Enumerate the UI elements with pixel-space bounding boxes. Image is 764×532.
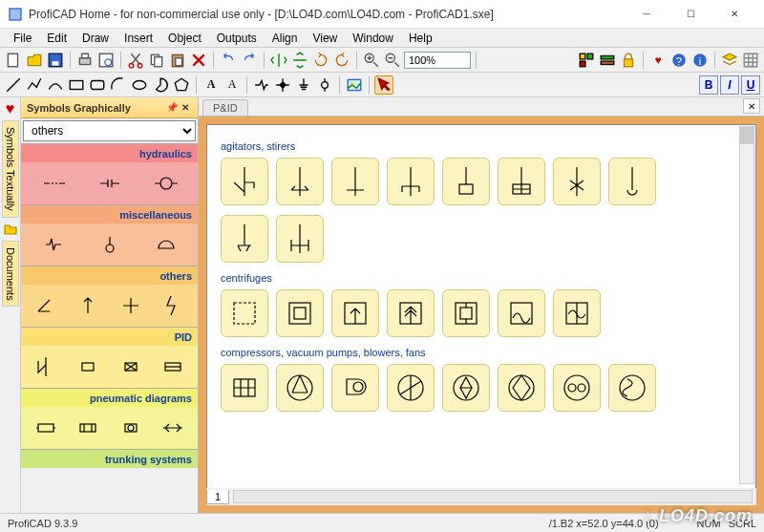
symbol-tile[interactable] [442, 364, 490, 412]
horizontal-scrollbar[interactable] [233, 490, 753, 503]
cat-miscellaneous[interactable]: miscellaneous [21, 204, 198, 223]
symbol-tile[interactable] [276, 289, 324, 337]
symbol-tile[interactable] [331, 364, 379, 412]
italic-button[interactable]: I [720, 75, 739, 95]
menu-help[interactable]: Help [401, 30, 440, 47]
menu-object[interactable]: Object [160, 30, 209, 47]
palette-1-icon[interactable] [577, 51, 596, 70]
symbol-thumb[interactable] [94, 167, 126, 200]
image-icon[interactable] [345, 75, 364, 95]
paste-icon[interactable] [168, 51, 187, 70]
polyline-icon[interactable] [25, 75, 44, 95]
symbol-tile[interactable] [221, 289, 268, 337]
zoom-in-icon[interactable] [362, 51, 381, 70]
canvas[interactable]: agitators, stirers centrifuges [206, 124, 756, 505]
roundrect-icon[interactable] [88, 75, 107, 95]
open-icon[interactable] [25, 51, 44, 70]
new-icon[interactable] [4, 51, 23, 70]
symbol-tile[interactable] [498, 364, 545, 412]
symbol-tile[interactable] [276, 158, 324, 205]
symbol-thumb[interactable] [115, 351, 147, 383]
cat-pneumatic[interactable]: pneumatic diagrams [21, 388, 198, 407]
symbol-tile[interactable] [387, 158, 435, 205]
symbol-thumb[interactable] [157, 289, 189, 322]
rotate-icon[interactable] [311, 51, 330, 70]
bold-button[interactable]: B [699, 75, 718, 95]
symbol-thumb[interactable] [94, 228, 126, 261]
symbol-tile[interactable] [553, 289, 601, 337]
rotate-ccw-icon[interactable] [332, 51, 351, 70]
layers-icon[interactable] [720, 51, 739, 70]
symbol-thumb[interactable] [150, 228, 182, 261]
menu-view[interactable]: View [305, 30, 345, 47]
symbol-thumb[interactable] [72, 412, 104, 444]
cat-trunking[interactable]: trunking systems [21, 449, 198, 468]
tab-symbols-textually[interactable]: Symbols Textually [2, 120, 19, 218]
undo-icon[interactable] [219, 51, 238, 70]
line-icon[interactable] [4, 75, 23, 95]
text-icon[interactable]: A [202, 75, 221, 95]
symbol-thumb[interactable] [30, 289, 62, 322]
vertical-scrollbar[interactable] [739, 126, 754, 484]
pie-icon[interactable] [151, 75, 170, 95]
symbol-tile[interactable] [387, 364, 435, 412]
symbol-thumb[interactable] [37, 167, 70, 200]
symbol-tile[interactable] [498, 289, 545, 337]
symbol-tile[interactable] [221, 364, 268, 412]
arc-icon[interactable] [109, 75, 128, 95]
ellipse-icon[interactable] [130, 75, 149, 95]
category-dropdown[interactable]: others [23, 120, 196, 141]
menu-outputs[interactable]: Outputs [209, 30, 265, 47]
symbol-thumb[interactable] [72, 289, 104, 322]
cat-hydraulics[interactable]: hydraulics [21, 143, 198, 162]
junction-icon[interactable] [273, 75, 292, 95]
symbol-thumb[interactable] [115, 289, 147, 322]
flip-h-icon[interactable] [269, 51, 288, 70]
symbol-thumb[interactable] [150, 167, 182, 200]
menu-draw[interactable]: Draw [74, 30, 117, 47]
text2-icon[interactable]: A [223, 75, 242, 95]
menu-edit[interactable]: Edit [39, 30, 74, 47]
folder-tab-icon[interactable] [3, 222, 18, 237]
symbol-thumb[interactable] [157, 412, 189, 444]
document-tab[interactable]: P&ID [202, 99, 248, 116]
heart-tab-icon[interactable]: ♥ [3, 101, 18, 117]
symbol-thumb[interactable] [157, 351, 189, 383]
symbol-tile[interactable] [553, 158, 601, 205]
symbol-thumb[interactable] [115, 412, 147, 444]
cat-pid[interactable]: PID [21, 327, 198, 346]
cut-icon[interactable] [126, 51, 145, 70]
pointer-icon[interactable] [374, 75, 393, 95]
info-icon[interactable]: i [690, 51, 710, 70]
grid-icon[interactable] [741, 51, 760, 70]
close-panel-icon[interactable]: ✕ [179, 101, 192, 115]
symbol-tile[interactable] [387, 289, 435, 337]
save-icon[interactable] [46, 51, 65, 70]
maximize-button[interactable]: ☐ [668, 0, 712, 29]
zoom-input[interactable] [404, 52, 471, 69]
symbol-tile[interactable] [442, 289, 490, 337]
close-button[interactable]: ✕ [712, 0, 756, 29]
symbol-tile[interactable] [276, 364, 324, 412]
minimize-button[interactable]: ─ [625, 0, 668, 29]
copy-icon[interactable] [147, 51, 166, 70]
palette-2-icon[interactable] [598, 51, 617, 70]
underline-button[interactable]: U [741, 75, 760, 95]
terminal-icon[interactable] [315, 75, 334, 95]
pin-icon[interactable]: 📌 [165, 101, 179, 115]
print-icon[interactable] [75, 51, 95, 70]
symbol-thumb[interactable] [72, 351, 104, 383]
wire-icon[interactable] [252, 75, 271, 95]
redo-icon[interactable] [240, 51, 259, 70]
sheet-tab[interactable]: 1 [206, 490, 229, 504]
lock-icon[interactable] [619, 51, 638, 70]
symbol-thumb[interactable] [37, 228, 70, 261]
close-doc-icon[interactable]: ✕ [743, 98, 760, 114]
menu-file[interactable]: File [6, 30, 39, 47]
symbol-tile[interactable] [221, 215, 268, 263]
menu-align[interactable]: Align [265, 30, 306, 47]
help-icon[interactable]: ? [669, 51, 689, 70]
symbol-tile[interactable] [221, 158, 268, 205]
symbol-thumb[interactable] [30, 412, 62, 444]
symbol-tile[interactable] [276, 215, 324, 263]
